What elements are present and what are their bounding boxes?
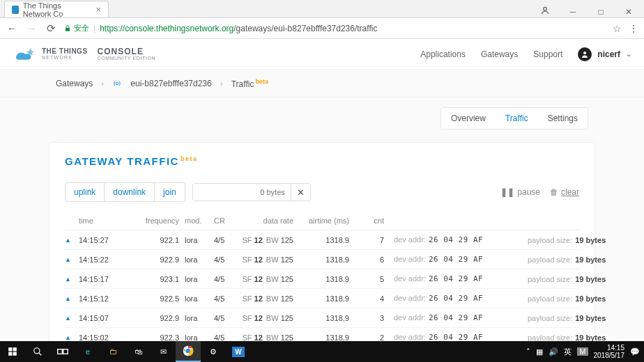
back-icon[interactable]: ←	[6, 22, 18, 34]
app-header: THE THINGS NETWORK CONSOLE COMMUNITY EDI…	[0, 39, 644, 70]
breadcrumb: Gateways › eui-b827ebfffe37d236 › Traffi…	[0, 70, 644, 97]
nav-support[interactable]: Support	[533, 49, 562, 59]
pause-icon: ❚❚	[500, 187, 514, 197]
table-row[interactable]: ▲14:15:07922.9lora4/5SF 12 BW 1251318.93…	[65, 308, 579, 328]
cell-time: 14:15:07	[79, 314, 128, 322]
tray-m[interactable]: M	[577, 347, 588, 356]
search-icon[interactable]	[25, 341, 50, 362]
crumb-root[interactable]: Gateways	[56, 79, 93, 88]
filter-uplink[interactable]: uplink	[66, 183, 105, 201]
tb-settings[interactable]: ⚙	[201, 341, 226, 362]
username: nicerf	[597, 49, 620, 59]
cell-mod: lora	[179, 275, 208, 283]
col-cnt: cnt	[349, 217, 384, 225]
task-view-icon[interactable]	[50, 341, 75, 362]
svg-point-0	[544, 7, 547, 10]
tb-mail[interactable]: ✉	[151, 341, 176, 362]
svg-rect-9	[63, 349, 68, 354]
tab-traffic[interactable]: Traffic	[496, 108, 538, 129]
url-field[interactable]: 安全 | https://console.thethingsnetwork.or…	[64, 23, 606, 33]
reload-icon[interactable]: ⟳	[45, 22, 57, 35]
col-airtime: airtime (ms)	[293, 217, 349, 225]
page-tabs: Overview Traffic Settings	[440, 107, 588, 129]
pause-button[interactable]: ❚❚pause	[500, 187, 540, 197]
uplink-icon: ▲	[65, 295, 79, 302]
window-minimize-icon[interactable]: ─	[563, 7, 583, 17]
search-input[interactable]	[193, 184, 291, 200]
menu-icon[interactable]: ⋮	[629, 23, 638, 34]
crumb-gateway[interactable]: eui-b827ebfffe37d236	[130, 79, 211, 88]
cell-mod: lora	[179, 314, 208, 322]
cell-devaddr: dev addr:26 04 29 AF	[384, 333, 523, 341]
cell-devaddr: dev addr:26 04 29 AF	[384, 274, 523, 283]
tray-ime[interactable]: 英	[564, 347, 572, 357]
cell-cr: 4/5	[208, 275, 238, 283]
table-row[interactable]: ▲14:15:17923.1lora4/5SF 12 BW 1251318.95…	[65, 269, 579, 289]
cell-time: 14:15:22	[79, 255, 128, 264]
tray-chevron-icon[interactable]: ˄	[526, 347, 530, 356]
cell-time: 14:15:02	[79, 333, 128, 342]
cell-rate: SF 12 BW 125	[238, 294, 293, 303]
nav-applications[interactable]: Applications	[420, 49, 466, 59]
clear-search-button[interactable]: ✕	[291, 184, 310, 200]
filter-join[interactable]: join	[155, 183, 185, 201]
user-menu[interactable]: nicerf ⌄	[578, 47, 631, 61]
tb-store[interactable]: 🛍	[125, 341, 151, 362]
tray-network-icon[interactable]: ▦	[536, 347, 543, 356]
forward-icon[interactable]: →	[25, 22, 38, 34]
chevron-right-icon: ›	[220, 79, 223, 88]
col-mod: mod.	[179, 217, 208, 225]
window-close-icon[interactable]: ✕	[619, 7, 638, 17]
tb-edge[interactable]: e	[75, 341, 100, 362]
cell-cnt: 5	[349, 275, 384, 283]
table-row[interactable]: ▲14:15:22922.9lora4/5SF 12 BW 1251318.96…	[65, 250, 579, 269]
cell-rate: SF 12 BW 125	[238, 275, 293, 283]
cell-rate: SF 12 BW 125	[238, 236, 293, 244]
tab-title: The Things Network Co	[23, 1, 89, 18]
svg-point-7	[34, 348, 40, 354]
start-button[interactable]	[0, 341, 25, 362]
cell-payload: payload size:19 bytes	[523, 314, 607, 322]
cell-cnt: 6	[349, 255, 384, 264]
svg-rect-5	[8, 352, 12, 356]
cell-devaddr: dev addr:26 04 29 AF	[384, 313, 523, 322]
cell-cr: 4/5	[208, 236, 238, 244]
bookmark-icon[interactable]: ☆	[613, 23, 622, 34]
table-row[interactable]: ▲14:15:27922.1lora4/5SF 12 BW 1251318.97…	[65, 230, 579, 250]
svg-rect-6	[13, 352, 17, 356]
nav-gateways[interactable]: Gateways	[481, 49, 518, 59]
trash-icon: 🗑	[550, 187, 558, 197]
filter-downlink[interactable]: downlink	[105, 183, 155, 201]
logo-icon	[13, 47, 36, 62]
taskbar-clock[interactable]: 14:15 2018/5/17	[594, 344, 625, 359]
tb-word[interactable]: W	[226, 341, 251, 362]
cell-airtime: 1318.9	[293, 294, 349, 303]
window-maximize-icon[interactable]: □	[591, 7, 611, 17]
panel-title: GATEWAY TRAFFICbeta	[65, 155, 579, 167]
uplink-icon: ▲	[65, 256, 79, 263]
table-row[interactable]: ▲14:15:12922.5lora4/5SF 12 BW 1251318.94…	[65, 289, 579, 308]
cell-time: 14:15:12	[79, 294, 128, 303]
cell-cr: 4/5	[208, 333, 238, 342]
tab-overview[interactable]: Overview	[441, 108, 496, 129]
tray-volume-icon[interactable]: 🔊	[549, 347, 558, 356]
cell-payload: payload size:19 bytes	[523, 236, 607, 244]
tb-explorer[interactable]: 🗀	[100, 341, 125, 362]
chevron-right-icon: ›	[101, 79, 104, 88]
notifications-icon[interactable]: 💬	[630, 347, 640, 356]
col-data-rate: data rate	[238, 217, 293, 225]
uplink-icon: ▲	[65, 237, 79, 244]
cell-freq: 922.9	[128, 314, 179, 322]
svg-point-2	[116, 82, 119, 85]
account-icon[interactable]	[535, 6, 555, 17]
tab-close-icon[interactable]: ×	[95, 4, 101, 15]
cell-cr: 4/5	[208, 294, 238, 303]
clear-button[interactable]: 🗑clear	[550, 187, 579, 197]
logo[interactable]: THE THINGS NETWORK	[13, 47, 88, 62]
browser-tab[interactable]: The Things Network Co ×	[4, 1, 109, 17]
table-row[interactable]: ▲14:15:02922.3lora4/5SF 12 BW 1251318.92…	[65, 328, 579, 341]
traffic-panel: GATEWAY TRAFFICbeta uplink downlink join…	[49, 142, 595, 341]
tab-settings[interactable]: Settings	[538, 108, 588, 129]
tb-chrome[interactable]	[176, 341, 201, 362]
uplink-icon: ▲	[65, 276, 79, 283]
